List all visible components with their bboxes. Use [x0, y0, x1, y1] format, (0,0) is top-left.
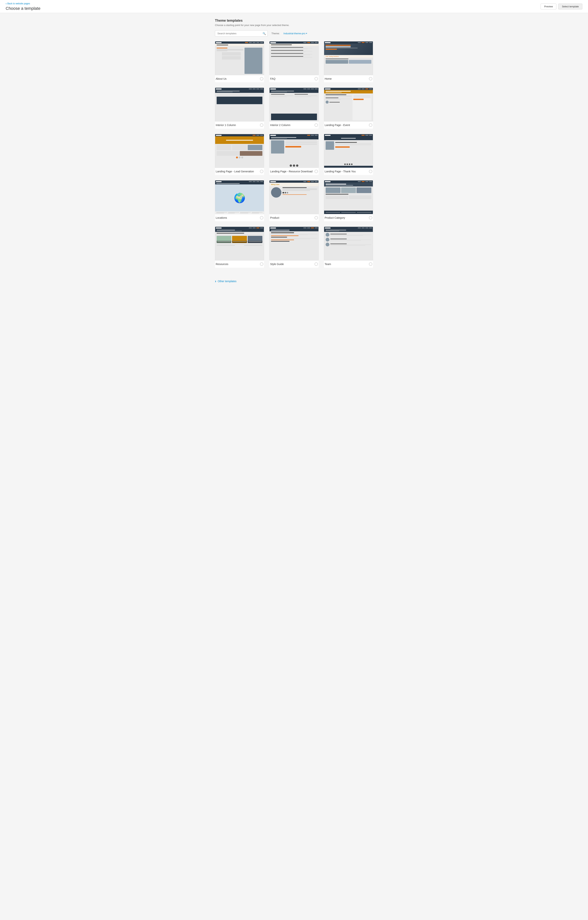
mini-milestone [222, 52, 241, 55]
ty-header [324, 136, 373, 140]
template-preview-style-guide [269, 227, 318, 261]
template-card-about-us[interactable]: About Us [215, 41, 264, 82]
team-person-3 [326, 243, 372, 246]
template-select-radio-style-guide[interactable] [315, 262, 318, 266]
loc-footer-col [252, 212, 263, 213]
template-card-landing-thankyou[interactable]: Landing Page - Thank You [324, 134, 373, 175]
template-card-interior-2-col[interactable]: Interior 2 Column [269, 87, 318, 129]
loc-footer-line [252, 213, 259, 213]
mini-nav-item [260, 228, 263, 228]
other-templates-section[interactable]: Other templates [215, 275, 373, 289]
template-card-team[interactable]: Team [324, 227, 373, 268]
mini-nav-item [249, 42, 252, 43]
mini-nav-item [311, 89, 314, 89]
template-footer: Team [324, 261, 373, 268]
mini-nav-logo [270, 89, 276, 89]
template-footer: Interior 1 Column [215, 121, 264, 129]
about-preview-image [244, 48, 262, 74]
mini-nav-item [307, 42, 310, 43]
mini-nav-locations [215, 180, 264, 183]
template-select-radio-team[interactable] [369, 262, 372, 266]
template-select-radio-product[interactable] [315, 216, 318, 219]
interior-dark-sub [216, 92, 233, 92]
mini-nav-item [369, 228, 372, 228]
search-icon[interactable]: 🔍 [263, 32, 266, 35]
template-select-radio-landing-resource[interactable] [315, 170, 318, 173]
mini-nav-resources [215, 227, 264, 229]
select-template-button[interactable]: Select template [558, 3, 582, 10]
mini-nav-item [358, 228, 361, 228]
mini-nav-item [253, 228, 255, 228]
mini-nav-item [358, 89, 361, 89]
mini-nav-item [253, 181, 255, 182]
loc-map: 🌍 [215, 185, 264, 211]
team-header-sub [326, 231, 339, 231]
mini-nav-item [365, 89, 368, 89]
template-card-resources[interactable]: Resources [215, 227, 264, 268]
search-input[interactable] [215, 30, 268, 37]
template-name-about-us: About Us [216, 77, 227, 80]
template-select-radio-interior-2-col[interactable] [315, 123, 318, 127]
template-card-faq[interactable]: FAQ [269, 41, 318, 82]
faq-q-title [271, 56, 303, 57]
mini-nav-faq [270, 41, 318, 44]
mini-heading [216, 48, 227, 49]
template-card-locations[interactable]: 🌍 [215, 180, 264, 221]
template-card-product-category[interactable]: Product Category [324, 180, 373, 221]
template-preview-landing-resource [269, 134, 318, 168]
mini-nav-prodcat [324, 180, 373, 183]
template-select-radio-resources[interactable] [260, 262, 263, 266]
template-select-radio-landing-thankyou[interactable] [369, 170, 372, 173]
mini-nav [215, 41, 264, 44]
template-footer: Landing Page - Thank You [324, 168, 373, 175]
template-card-style-guide[interactable]: Style Guide [269, 227, 318, 268]
res-cards [216, 236, 262, 243]
mini-nav-logo [216, 42, 221, 43]
faq-q-title [271, 50, 303, 51]
mini-nav-item [249, 89, 252, 89]
template-name-product: Product [270, 216, 279, 219]
back-link[interactable]: Back to website pages [6, 2, 40, 5]
template-select-radio-home[interactable] [369, 77, 372, 81]
template-select-radio-faq[interactable] [315, 77, 318, 81]
template-card-landing-event[interactable]: Landing Page - Event [324, 87, 373, 129]
template-preview-product-category [324, 180, 373, 214]
ty-header-text [341, 138, 356, 139]
faq-q-text [271, 48, 312, 49]
preview-button[interactable]: Preview [541, 3, 556, 10]
template-card-interior-1-col[interactable]: Interior 1 Column [215, 87, 264, 129]
template-select-radio-locations[interactable] [260, 216, 263, 219]
mini-nav-item [260, 42, 263, 43]
mini-nav-item [304, 89, 307, 89]
interior2-cols [271, 94, 317, 112]
theme-select-dropdown[interactable]: Industrial-theme-pro [283, 32, 307, 35]
res-header [215, 229, 264, 232]
template-card-product[interactable]: Milling Cutter [269, 180, 318, 221]
prod-info-line [283, 190, 317, 190]
prod-swatch [287, 192, 288, 193]
mini-nav-logo [216, 181, 221, 182]
mini-nav-interior2 [270, 88, 318, 90]
template-select-radio-about-us[interactable] [260, 77, 263, 81]
cnc-hero [324, 44, 373, 55]
mini-nav-logo [325, 135, 331, 136]
social-icon [344, 164, 346, 165]
template-name-interior-2-col: Interior 2 Column [270, 123, 290, 126]
template-name-home: Home [325, 77, 332, 80]
template-card-home[interactable]: CNC Tooling Solutions Home [324, 41, 373, 82]
template-select-radio-interior-1-col[interactable] [260, 123, 263, 127]
res-header-text [216, 230, 235, 230]
template-preview-interior-2-col [269, 87, 318, 121]
template-grid: About Us [215, 41, 373, 268]
template-card-landing-lead[interactable]: Landing Page - Lead Generation [215, 134, 264, 175]
template-select-radio-landing-event[interactable] [369, 123, 372, 127]
interior-table [216, 97, 262, 104]
template-select-radio-landing-lead[interactable] [260, 170, 263, 173]
mini-nav-item [256, 181, 259, 182]
template-select-radio-product-category[interactable] [369, 216, 372, 219]
lp-event-right-line [353, 97, 371, 98]
mini-nav-logo [270, 228, 276, 228]
interior-dark-bar [215, 90, 264, 93]
template-card-landing-resource[interactable]: Landing Page - Resource Download [269, 134, 318, 175]
mini-nav-item [253, 135, 255, 136]
